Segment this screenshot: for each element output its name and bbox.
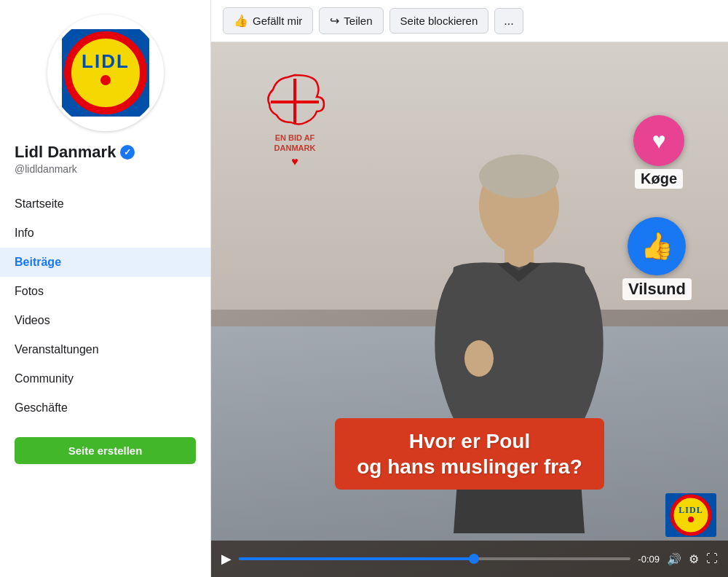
share-icon: ↪ <box>330 14 339 28</box>
vilsund-label: Vilsund <box>622 278 692 300</box>
lidl-watermark-logo: LIDL <box>665 493 716 537</box>
koge-badge: ♥ Køge <box>633 115 684 189</box>
sidebar-item-geschaefte[interactable]: Geschäfte <box>0 393 210 423</box>
nav-menu: Startseite Info Beiträge Fotos Videos Ve… <box>0 189 210 423</box>
koge-label: Køge <box>635 169 683 189</box>
lidl-watermark: LIDL <box>665 493 716 537</box>
svg-point-5 <box>100 75 111 85</box>
share-button-label: Teilen <box>344 15 372 27</box>
progress-thumb <box>469 554 479 564</box>
denmark-heart-icon: ♥ <box>255 155 335 168</box>
vilsund-badge: 👍 Vilsund <box>622 217 692 300</box>
verified-badge <box>120 145 135 160</box>
svg-point-17 <box>688 517 694 522</box>
time-display: -0:09 <box>638 554 660 565</box>
sidebar-item-community[interactable]: Community <box>0 364 210 393</box>
sidebar-item-beitraege[interactable]: Beiträge <box>0 248 210 277</box>
volume-icon[interactable]: 🔊 <box>667 552 681 566</box>
fullscreen-icon[interactable]: ⛶ <box>706 552 718 565</box>
like-icon: 👍 <box>234 14 248 28</box>
svg-point-7 <box>479 154 559 198</box>
video-background: EN BID AF DANMARK ♥ ♥ Køge 👍 Vilsund <box>211 42 728 577</box>
play-button[interactable]: ▶ <box>221 551 232 567</box>
like-button[interactable]: 👍 Gefällt mir <box>223 7 313 34</box>
svg-text:LIDL: LIDL <box>678 505 703 515</box>
video-player[interactable]: EN BID AF DANMARK ♥ ♥ Køge 👍 Vilsund <box>211 42 728 577</box>
like-button-label: Gefällt mir <box>253 15 302 27</box>
settings-icon[interactable]: ⚙ <box>689 552 699 566</box>
more-options-button[interactable]: ... <box>494 8 523 34</box>
progress-fill <box>239 557 474 560</box>
vilsund-thumb-circle: 👍 <box>628 217 686 275</box>
progress-bar[interactable] <box>239 557 630 560</box>
heart-icon: ♥ <box>652 127 666 154</box>
page-avatar: LIDL <box>47 15 164 131</box>
koge-heart-circle: ♥ <box>633 115 684 166</box>
video-controls: ▶ -0:09 🔊 ⚙ ⛶ <box>211 541 728 577</box>
sidebar-item-info[interactable]: Info <box>0 219 210 248</box>
sidebar: LIDL Lidl Danmark @lidldanmark Startseit… <box>0 0 211 577</box>
thumbs-up-icon: 👍 <box>641 231 673 262</box>
svg-text:LIDL: LIDL <box>82 50 130 72</box>
block-button-label: Seite blockieren <box>400 15 478 27</box>
share-button[interactable]: ↪ Teilen <box>319 7 383 34</box>
sidebar-item-veranstaltungen[interactable]: Veranstaltungen <box>0 335 210 364</box>
subtitle-text: Hvor er Poul og hans muslinger fra? <box>352 428 587 479</box>
page-handle: @lidldanmark <box>0 163 210 175</box>
main-content: 👍 Gefällt mir ↪ Teilen Seite blockieren … <box>211 0 728 577</box>
sidebar-item-videos[interactable]: Videos <box>0 306 210 335</box>
denmark-sticker: EN BID AF DANMARK ♥ <box>255 71 335 168</box>
action-bar: 👍 Gefällt mir ↪ Teilen Seite blockieren … <box>211 0 728 42</box>
svg-point-9 <box>464 340 494 377</box>
denmark-flag-icon <box>262 71 328 130</box>
block-page-button[interactable]: Seite blockieren <box>389 8 489 34</box>
page-name-row: Lidl Danmark <box>0 143 210 162</box>
page-name: Lidl Danmark <box>15 143 116 162</box>
denmark-sticker-text: EN BID AF DANMARK <box>255 133 335 154</box>
lidl-logo-image: LIDL <box>58 25 153 120</box>
sidebar-item-startseite[interactable]: Startseite <box>0 189 210 219</box>
subtitle-banner: Hvor er Poul og hans muslinger fra? <box>335 418 604 490</box>
sidebar-item-fotos[interactable]: Fotos <box>0 277 210 306</box>
create-page-button[interactable]: Seite erstellen <box>15 437 196 464</box>
